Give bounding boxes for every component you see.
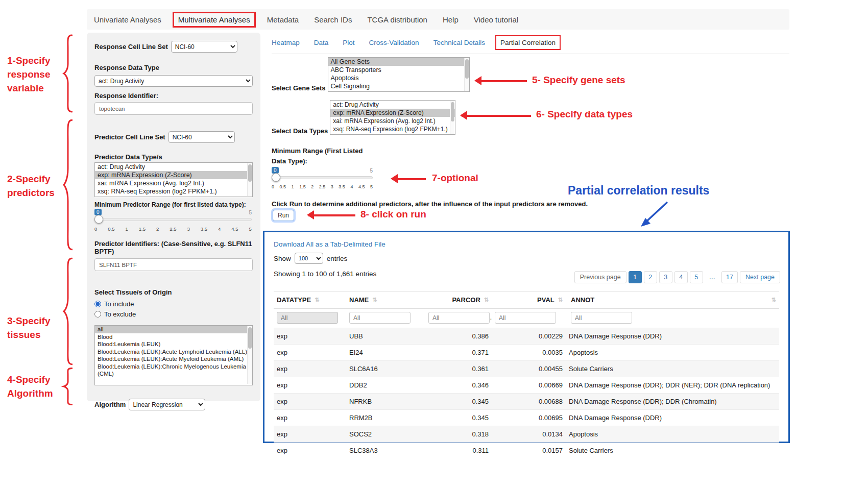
scrollbar[interactable]: [247, 163, 252, 196]
tab-cross-validation[interactable]: Cross-Validation: [369, 39, 419, 46]
pagination-ellipsis: …: [705, 272, 720, 283]
nav-help[interactable]: Help: [443, 15, 459, 24]
slider-handle[interactable]: [272, 173, 280, 182]
radio-exclude[interactable]: [94, 311, 101, 318]
scrollbar[interactable]: [464, 58, 469, 91]
nav-tcga-distribution[interactable]: TCGA distribution: [367, 15, 427, 24]
scrollbar-thumb[interactable]: [248, 164, 252, 182]
nav-metadata[interactable]: Metadata: [267, 15, 299, 24]
next-page-button[interactable]: Next page: [740, 271, 780, 283]
tab-plot[interactable]: Plot: [343, 39, 354, 46]
sort-icon: ⇅: [484, 297, 489, 303]
table-header-row: DATATYPE⇅ NAME⇅ PARCOR⇅ PVAL⇅ ANNOT⇅: [274, 291, 779, 309]
list-item[interactable]: ABC Transporters: [328, 66, 469, 74]
response-identifier-label: Response Identifier:: [94, 92, 253, 100]
radio-include[interactable]: [94, 301, 101, 307]
col-header-pval[interactable]: PVAL⇅: [492, 291, 566, 309]
arrow-optional: [386, 175, 426, 184]
nav-search-ids[interactable]: Search IDs: [314, 15, 352, 24]
slider-track[interactable]: [272, 176, 373, 179]
response-data-type-select[interactable]: act: Drug Activity: [94, 75, 253, 87]
tissue-include-radio[interactable]: To include: [94, 300, 253, 308]
list-item[interactable]: Blood:Leukemia (LEUK):Acute Myeloid Leuk…: [95, 355, 252, 363]
list-item[interactable]: Cell Signaling: [328, 82, 469, 90]
col-header-datatype[interactable]: DATATYPE⇅: [274, 291, 346, 309]
list-item[interactable]: Blood:Leukemia (LEUK):Acute Lymphoid Leu…: [95, 348, 252, 356]
page-button-5[interactable]: 5: [690, 271, 703, 283]
results-annotation-title: Partial correlation results: [568, 184, 709, 198]
predictor-identifiers-input[interactable]: [94, 258, 253, 271]
list-item[interactable]: Apoptosis: [328, 74, 469, 82]
page-button-17[interactable]: 17: [721, 271, 738, 283]
run-button[interactable]: Run: [273, 210, 294, 221]
filter-name[interactable]: [349, 312, 411, 324]
scrollbar[interactable]: [247, 326, 252, 384]
predictor-data-types-listbox: act: Drug Activity exp: mRNA Expression …: [94, 162, 253, 197]
cell-datatype: exp: [274, 443, 346, 459]
list-item[interactable]: xsq: RNA-seq Expression (log2 FPKM+1.): [330, 125, 455, 133]
scrollbar-thumb[interactable]: [248, 327, 252, 349]
list-item[interactable]: exp: mRNA Expression (Z-Score): [330, 109, 455, 117]
filter-datatype[interactable]: [277, 312, 338, 324]
min-range-slider[interactable]: 0 5: [272, 168, 373, 183]
list-item[interactable]: Blood: [95, 333, 252, 341]
tissue-exclude-radio[interactable]: To exclude: [94, 310, 253, 318]
tab-partial-correlation[interactable]: Partial Correlation: [495, 35, 561, 50]
nav-univariate[interactable]: Univariate Analyses: [94, 15, 161, 24]
show-entries-row: Show 100 entries: [274, 253, 779, 264]
tab-technical-details[interactable]: Technical Details: [433, 39, 485, 46]
page-button-4[interactable]: 4: [674, 271, 688, 283]
annotation-step7: 7-optional: [432, 172, 478, 185]
cell-parcor: 0.345: [425, 394, 492, 410]
col-header-name[interactable]: NAME⇅: [346, 291, 425, 309]
list-item[interactable]: Blood:Leukemia (LEUK): [95, 340, 252, 348]
cell-name: SLC38A3: [346, 443, 425, 459]
annotation-step2: 2-Specify predictors: [7, 173, 55, 200]
arrow-data-types: [455, 111, 531, 120]
list-item[interactable]: exp: mRNA Expression (Z-Score): [95, 171, 252, 179]
list-item[interactable]: xsq: RNA-seq Expression (log2 FPKM+1.): [95, 187, 252, 196]
list-item[interactable]: xai: mRNA Expression (Avg. log2 Int.): [95, 179, 252, 187]
scrollbar-thumb[interactable]: [451, 102, 454, 121]
response-cell-line-set-select[interactable]: NCI-60: [171, 41, 237, 53]
col-header-parcor[interactable]: PARCOR⇅: [425, 291, 492, 309]
scrollbar[interactable]: [450, 101, 454, 134]
download-link[interactable]: Download All as a Tab-Delimited File: [274, 240, 385, 248]
response-identifier-input[interactable]: [94, 102, 253, 115]
results-panel: Download All as a Tab-Delimited File Sho…: [263, 231, 790, 443]
col-header-annot[interactable]: ANNOT⇅: [566, 291, 779, 309]
algorithm-select[interactable]: Linear Regression: [129, 399, 205, 410]
list-item[interactable]: Blood:Leukemia (LEUK):Chronic Myelogenou…: [95, 363, 252, 378]
sort-icon: ⇅: [372, 297, 377, 303]
filter-pval[interactable]: [495, 312, 556, 324]
slider-ticks: 00.511.522.533.544.55: [272, 184, 373, 189]
annotation-step4: 4-Specify Algorithm: [7, 373, 53, 401]
predictor-min-range-slider[interactable]: 0 5: [94, 210, 252, 225]
list-item[interactable]: act: Drug Activity: [330, 101, 455, 109]
nav-video-tutorial[interactable]: Video tutorial: [474, 15, 518, 24]
scrollbar-thumb[interactable]: [465, 59, 469, 79]
list-item[interactable]: All Gene Sets: [328, 58, 469, 66]
tab-data[interactable]: Data: [314, 39, 329, 46]
slider-track[interactable]: [94, 218, 252, 221]
table-filter-row: [274, 309, 779, 328]
cell-datatype: exp: [274, 394, 346, 410]
table-row: exp SOCS2 0.318 0.0134 Apoptosis: [274, 426, 779, 443]
filter-annot[interactable]: [571, 312, 632, 324]
page-button-1[interactable]: 1: [629, 271, 642, 283]
cell-annot: Apoptosis: [566, 426, 779, 443]
predictor-cell-line-set-select[interactable]: NCI-60: [168, 131, 235, 143]
filter-parcor[interactable]: [428, 312, 490, 324]
list-item[interactable]: all: [95, 326, 252, 333]
list-item[interactable]: act: Drug Activity: [95, 163, 252, 171]
show-entries-select[interactable]: 100: [295, 253, 323, 264]
slider-handle[interactable]: [94, 215, 103, 224]
tab-heatmap[interactable]: Heatmap: [272, 39, 300, 46]
page-button-3[interactable]: 3: [659, 271, 672, 283]
previous-page-button[interactable]: Previous page: [574, 271, 626, 283]
nav-multivariate[interactable]: Multivariate Analyses: [173, 12, 256, 28]
list-item[interactable]: xai: mRNA Expression (Avg. log2 Int.): [330, 117, 455, 125]
cell-name: SOCS2: [346, 426, 425, 443]
cell-pval: 0.00669: [492, 377, 566, 394]
page-button-2[interactable]: 2: [644, 271, 657, 283]
